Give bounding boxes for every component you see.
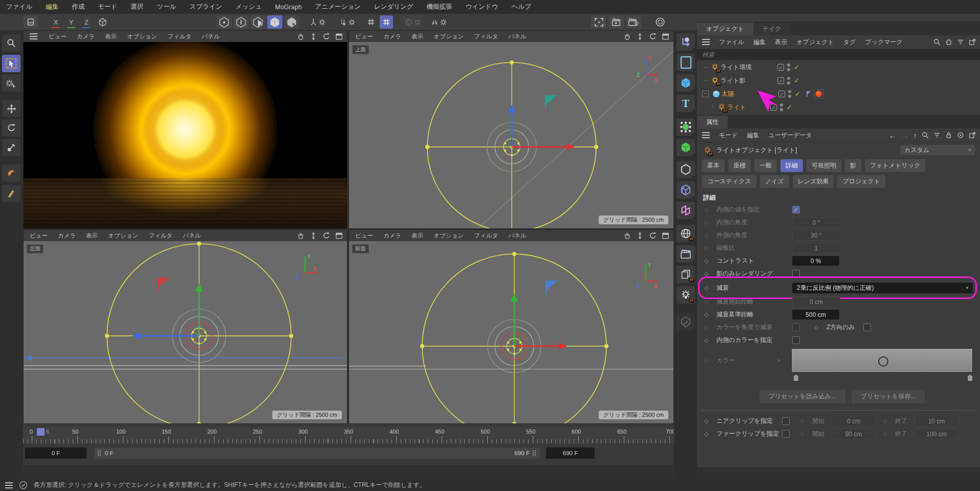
render-settings-button[interactable]	[626, 15, 641, 29]
object-row-light[interactable]: └ ST ライト ✓	[697, 100, 980, 114]
pan-icon[interactable]	[623, 33, 631, 40]
anim-diamond-icon[interactable]: ◇	[704, 245, 716, 251]
near-start-field[interactable]: 0 cm	[832, 416, 876, 426]
tab-visibility[interactable]: 可視照明	[807, 159, 841, 172]
target-icon[interactable]	[957, 132, 964, 139]
render-region-button[interactable]	[591, 15, 606, 29]
vp-menu-filter[interactable]: フィルタ	[148, 232, 172, 240]
gradient-handle-left[interactable]	[793, 374, 799, 381]
snap-button[interactable]	[337, 15, 357, 29]
axis-workplane-button[interactable]	[677, 33, 695, 51]
text-object-button[interactable]: T	[677, 95, 695, 112]
save-preset-button[interactable]: プリセットを保存...	[852, 390, 925, 403]
zoom-view-icon[interactable]	[310, 33, 317, 40]
om-menu-file[interactable]: ファイル	[719, 38, 744, 47]
far-start-field[interactable]: 90 cm	[832, 429, 876, 439]
axis-cube-button[interactable]	[677, 181, 695, 199]
range-grip-right[interactable]	[533, 450, 537, 456]
workplane-button[interactable]	[364, 15, 378, 29]
anim-diamond-icon[interactable]: ◇	[704, 311, 716, 318]
forward-icon[interactable]: →	[901, 131, 909, 140]
axis-z-lock-button[interactable]: Z	[80, 15, 93, 29]
timeline-ruler[interactable]: 0 50 100 150 200 250 300 350 400 450 500…	[23, 427, 674, 443]
rotate-view-icon[interactable]	[322, 33, 330, 40]
menu-extensions[interactable]: 機能拡張	[427, 3, 452, 11]
scale-tool-button[interactable]	[2, 139, 20, 156]
up-icon[interactable]: ↑	[913, 131, 918, 140]
om-menu-view[interactable]: 表示	[775, 38, 787, 47]
rotate-view-icon[interactable]	[649, 232, 657, 240]
expand-arrow-icon[interactable]: ›	[778, 357, 791, 364]
anim-diamond-icon[interactable]: ◇	[704, 337, 716, 344]
object-row-sun[interactable]: − 太陽 ✓	[697, 87, 980, 100]
symmetry-button[interactable]	[428, 15, 449, 29]
tab-caustics[interactable]: コースティクス	[702, 175, 756, 188]
render-picture-viewer-button[interactable]	[608, 15, 624, 29]
current-frame-field[interactable]: 0 F	[25, 447, 86, 459]
object-name[interactable]: ライト環境	[721, 63, 777, 72]
menu-render[interactable]: レンダリング	[374, 3, 413, 11]
edges-mode-button[interactable]	[233, 15, 249, 29]
om-menu-bookmarks[interactable]: ブックマーク	[865, 38, 902, 47]
texture-tag[interactable]	[814, 89, 824, 99]
selection-object-button[interactable]	[677, 118, 695, 136]
spline-primitive-button[interactable]	[677, 54, 695, 71]
flag-tag-icon[interactable]	[805, 90, 813, 98]
edit-enable-icon[interactable]	[777, 77, 785, 84]
anim-diamond-icon[interactable]: ◇	[704, 285, 716, 291]
tab-lens[interactable]: レンズ効果	[793, 175, 834, 188]
modeling-axis-button[interactable]	[307, 15, 328, 29]
vp-menu-camera[interactable]: カメラ	[77, 33, 95, 40]
hexagon-object-button[interactable]	[677, 161, 695, 178]
vp-menu-view[interactable]: ビュー	[355, 33, 373, 40]
anim-diamond-icon[interactable]: ◇	[883, 431, 895, 437]
anim-diamond-icon[interactable]: ◇	[704, 219, 716, 226]
vp-menu-options[interactable]: オプション	[433, 232, 464, 240]
rotate-view-icon[interactable]	[649, 33, 657, 40]
end-frame-field[interactable]: 690 F	[546, 447, 595, 459]
vp-menu-options[interactable]: オプション	[108, 232, 138, 240]
aspect-field[interactable]: 1	[792, 243, 840, 253]
anim-diamond-icon[interactable]: ◇	[814, 324, 826, 331]
vp-menu-options[interactable]: オプション	[433, 33, 464, 40]
outer-angle-field[interactable]: 30 °	[792, 230, 840, 241]
clapper-button[interactable]	[677, 245, 695, 263]
vp-menu-panel[interactable]: パネル	[183, 232, 201, 240]
external-window-icon[interactable]	[969, 132, 976, 139]
visibility-dots[interactable]	[787, 63, 790, 71]
pan-icon[interactable]	[297, 232, 304, 240]
menu-animation[interactable]: アニメーション	[315, 3, 361, 11]
tab-shadow[interactable]: 影	[845, 159, 861, 172]
tab-project[interactable]: プロジェクト	[837, 175, 885, 188]
anim-diamond-icon[interactable]: ◇	[704, 298, 716, 305]
object-row-light-environment[interactable]: ─ ST ライト環境 ✓	[697, 60, 980, 74]
edit-enable-icon[interactable]	[777, 63, 785, 71]
anim-diamond-icon[interactable]: ◇	[704, 206, 716, 213]
object-search-input[interactable]	[697, 49, 980, 60]
lock-icon[interactable]	[945, 132, 952, 139]
maximize-view-icon[interactable]	[662, 33, 669, 40]
vp-menu-camera[interactable]: カメラ	[383, 232, 401, 240]
visibility-dots[interactable]	[788, 90, 791, 98]
vp-menu-view[interactable]: ビュー	[30, 232, 48, 240]
vp-menu-display[interactable]: 表示	[411, 33, 423, 40]
preset-dropdown[interactable]: カスタム▾	[900, 145, 975, 155]
menu-file[interactable]: ファイル	[6, 3, 32, 11]
anim-diamond-icon[interactable]: ◇	[704, 258, 716, 264]
load-preset-button[interactable]: プリセットを読み込み...	[759, 390, 845, 403]
am-menu-userdata[interactable]: ユーザーデータ	[769, 131, 812, 140]
vp-menu-panel[interactable]: パネル	[508, 232, 526, 240]
enabled-check-icon[interactable]: ✓	[787, 103, 793, 111]
edit-shield-button[interactable]	[677, 313, 695, 331]
back-icon[interactable]: ←	[889, 131, 897, 140]
search-icon[interactable]	[933, 38, 941, 46]
expander-icon[interactable]: −	[702, 91, 709, 97]
magic-solo-button[interactable]	[652, 15, 668, 29]
near-end-field[interactable]: 10 cm	[914, 416, 959, 426]
range-slider[interactable]: 0 F 690 F	[95, 447, 540, 459]
inner-value-checkbox[interactable]: ✓	[792, 206, 800, 214]
vp-menu-filter[interactable]: フィルタ	[167, 33, 191, 40]
viewport-left[interactable]: ビュー カメラ 表示 オプション フィルタ パネル 左面	[23, 229, 347, 424]
om-menu-objects[interactable]: オブジェクト	[796, 38, 834, 47]
visibility-dots[interactable]	[780, 103, 783, 111]
